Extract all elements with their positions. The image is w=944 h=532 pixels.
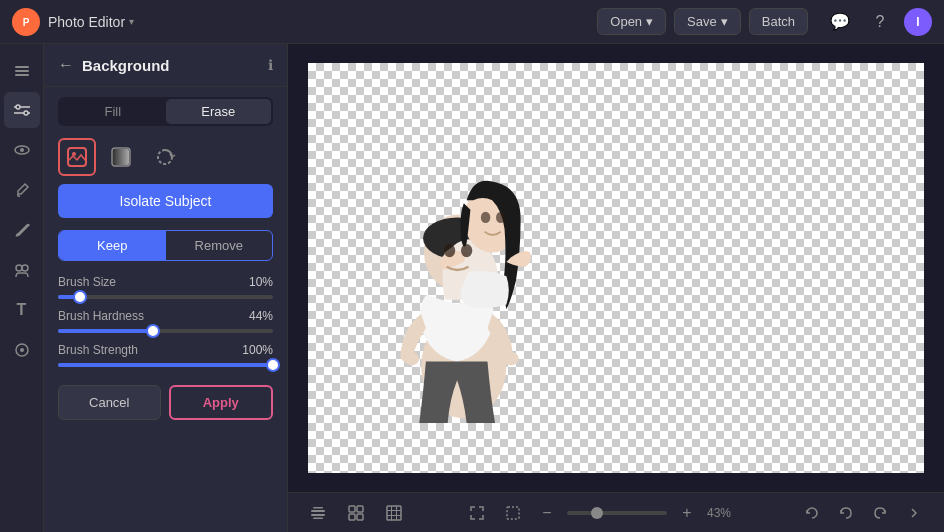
icon-bar: T: [0, 44, 44, 532]
topbar-icons: 💬 ? I: [824, 6, 932, 38]
panel-back-button[interactable]: ←: [58, 56, 74, 74]
cancel-button[interactable]: Cancel: [58, 385, 161, 420]
brush-strength-group: Brush Strength 100%: [44, 343, 287, 367]
brush-hardness-label: Brush Hardness: [58, 309, 144, 323]
layers-bottom-icon[interactable]: [304, 499, 332, 527]
svg-rect-34: [313, 517, 323, 519]
brush-hardness-slider[interactable]: [58, 329, 273, 333]
iconbar-layers[interactable]: [4, 52, 40, 88]
svg-rect-35: [349, 506, 355, 512]
iconbar-adjustments[interactable]: [4, 92, 40, 128]
svg-point-28: [461, 244, 472, 257]
background-reset-tool[interactable]: [146, 138, 184, 176]
brush-size-thumb[interactable]: [73, 290, 87, 304]
brush-strength-slider[interactable]: [58, 363, 273, 367]
svg-point-29: [404, 352, 419, 365]
svg-point-30: [504, 352, 519, 365]
keep-button[interactable]: Keep: [59, 231, 166, 260]
svg-rect-20: [113, 149, 129, 165]
svg-rect-31: [311, 510, 325, 512]
zoom-slider-thumb[interactable]: [591, 507, 603, 519]
svg-rect-33: [313, 507, 323, 509]
svg-point-27: [444, 244, 455, 257]
svg-point-6: [24, 111, 28, 115]
svg-rect-39: [387, 506, 401, 520]
fit-screen-icon[interactable]: [463, 499, 491, 527]
canvas-image: [308, 63, 924, 473]
tab-erase[interactable]: Erase: [166, 99, 272, 124]
svg-rect-37: [349, 514, 355, 520]
svg-point-14: [22, 265, 28, 271]
tab-fill[interactable]: Fill: [60, 99, 166, 124]
undo-redo-controls: [798, 499, 928, 527]
messages-icon[interactable]: 💬: [824, 6, 856, 38]
svg-rect-4: [15, 74, 29, 76]
brush-hardness-group: Brush Hardness 44%: [44, 309, 287, 333]
svg-rect-38: [357, 514, 363, 520]
iconbar-effects[interactable]: [4, 332, 40, 368]
svg-point-26: [496, 212, 505, 223]
redo-button[interactable]: [866, 499, 894, 527]
brush-hardness-value: 44%: [249, 309, 273, 323]
canvas-content[interactable]: [288, 44, 944, 492]
svg-point-12: [20, 148, 24, 152]
svg-rect-44: [507, 507, 519, 519]
select-tool-icon[interactable]: [499, 499, 527, 527]
main-area: T ← Background ℹ Fill Erase: [0, 44, 944, 532]
zoom-in-button[interactable]: +: [675, 501, 699, 525]
grid-bottom-icon[interactable]: [380, 499, 408, 527]
brush-strength-value: 100%: [242, 343, 273, 357]
panel-info-button[interactable]: ℹ: [268, 57, 273, 73]
iconbar-eye[interactable]: [4, 132, 40, 168]
action-row: Cancel Apply: [44, 377, 287, 434]
tab-row: Fill Erase: [58, 97, 273, 126]
bottom-bar: − + 43%: [288, 492, 944, 532]
brush-size-label: Brush Size: [58, 275, 116, 289]
iconbar-brush[interactable]: [4, 172, 40, 208]
svg-rect-32: [311, 514, 325, 516]
background-panel: ← Background ℹ Fill Erase: [44, 44, 288, 532]
iconbar-text[interactable]: T: [4, 292, 40, 328]
zoom-level-label: 43%: [707, 506, 743, 520]
history-bottom-icon[interactable]: [342, 499, 370, 527]
svg-point-25: [481, 212, 490, 223]
background-photo-tool[interactable]: [58, 138, 96, 176]
brush-hardness-thumb[interactable]: [146, 324, 160, 338]
canvas-area: − + 43%: [288, 44, 944, 532]
app-title-chevron-icon: ▾: [129, 16, 134, 27]
panel-title: Background: [82, 57, 260, 74]
refresh-button[interactable]: [798, 499, 826, 527]
brush-size-slider[interactable]: [58, 295, 273, 299]
brush-strength-label: Brush Strength: [58, 343, 138, 357]
isolate-subject-button[interactable]: Isolate Subject: [58, 184, 273, 218]
app-title-button[interactable]: Photo Editor ▾: [48, 14, 134, 30]
iconbar-group[interactable]: [4, 252, 40, 288]
svg-rect-3: [15, 70, 29, 72]
brush-hardness-fill: [58, 329, 153, 333]
batch-button[interactable]: Batch: [749, 8, 808, 35]
brush-size-value: 10%: [249, 275, 273, 289]
svg-rect-36: [357, 506, 363, 512]
brush-strength-thumb[interactable]: [266, 358, 280, 372]
remove-button[interactable]: Remove: [166, 231, 273, 260]
svg-rect-2: [15, 66, 29, 68]
background-gradient-tool[interactable]: [102, 138, 140, 176]
open-button[interactable]: Open ▾: [597, 8, 666, 35]
undo-button[interactable]: [832, 499, 860, 527]
iconbar-pen[interactable]: [4, 212, 40, 248]
svg-point-16: [20, 348, 24, 352]
topbar: P Photo Editor ▾ Open ▾ Save ▾ Batch 💬 ?…: [0, 0, 944, 44]
forward-button[interactable]: [900, 499, 928, 527]
apply-button[interactable]: Apply: [169, 385, 274, 420]
svg-point-5: [16, 105, 20, 109]
app-title-label: Photo Editor: [48, 14, 125, 30]
tool-icons-row: [44, 134, 287, 184]
avatar[interactable]: I: [904, 8, 932, 36]
zoom-out-button[interactable]: −: [535, 501, 559, 525]
help-icon[interactable]: ?: [864, 6, 896, 38]
bottom-left-tools: [304, 499, 408, 527]
brush-size-group: Brush Size 10%: [44, 275, 287, 299]
couple-illustration: [308, 63, 648, 423]
save-button[interactable]: Save ▾: [674, 8, 741, 35]
zoom-slider[interactable]: [567, 511, 667, 515]
